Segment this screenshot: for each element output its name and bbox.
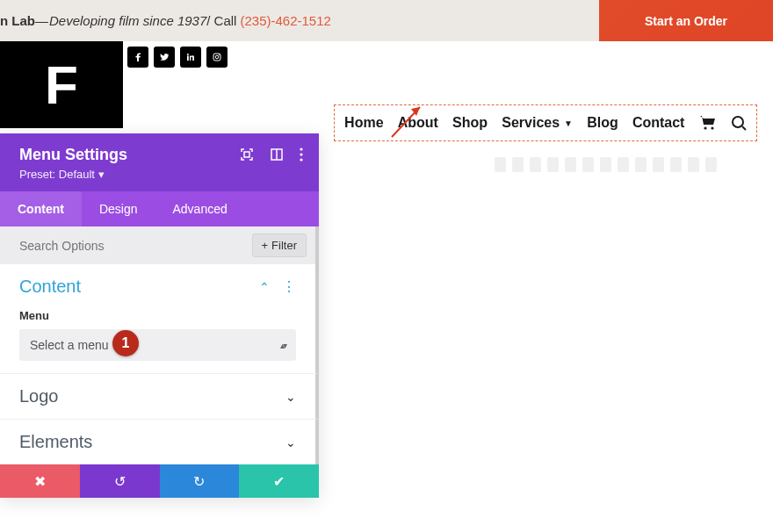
announcement-bar: n Lab — Developing film since 1937 / Cal… [0, 0, 773, 41]
plus-icon: + [262, 239, 269, 252]
nav-blog[interactable]: Blog [587, 115, 618, 131]
group-logo: Logo ⌄ [0, 374, 319, 420]
redo-icon: ↻ [193, 473, 205, 490]
group-content: Content ⌃ ⋮ Menu Select a menu ▴▾ [0, 264, 319, 374]
group-content-toggle[interactable]: Content ⌃ ⋮ [19, 277, 296, 297]
kebab-menu-icon[interactable]: ⋮ [282, 279, 296, 294]
nav-services[interactable]: Services ▼ [502, 115, 573, 131]
svg-rect-0 [187, 56, 189, 61]
close-button[interactable]: ✖ [0, 464, 80, 498]
svg-rect-2 [213, 54, 220, 61]
site-logo[interactable]: F [0, 41, 123, 128]
nav-shop[interactable]: Shop [452, 115, 488, 131]
svg-line-8 [742, 126, 746, 130]
main-nav-module[interactable]: Home About Shop Services ▼ Blog Contact [334, 104, 757, 141]
menu-settings-panel: Menu Settings Preset: Default ▾ Content … [0, 133, 319, 498]
svg-point-3 [215, 55, 219, 59]
start-order-button[interactable]: Start an Order [599, 0, 773, 41]
site-header: F Home About Shop Services ▼ Blog Contac… [0, 41, 773, 128]
nav-placeholder-row [495, 157, 717, 172]
facebook-icon[interactable] [127, 47, 148, 68]
svg-point-16 [300, 158, 302, 161]
chevron-down-icon: ⌄ [285, 390, 296, 404]
svg-point-14 [300, 147, 302, 150]
callout-badge-1: 1 [112, 330, 139, 356]
social-links [127, 47, 228, 68]
svg-point-7 [733, 117, 743, 127]
group-logo-toggle[interactable]: Logo ⌄ [19, 386, 296, 406]
kebab-menu-icon[interactable] [300, 147, 303, 165]
undo-icon: ↺ [114, 473, 126, 490]
chevron-down-icon: ⌄ [285, 435, 296, 449]
svg-point-15 [300, 153, 302, 155]
tab-content[interactable]: Content [0, 191, 82, 226]
menu-field-label: Menu [19, 309, 296, 322]
save-button[interactable]: ✔ [239, 464, 319, 498]
chevron-up-icon: ⌃ [259, 280, 270, 294]
undo-button[interactable]: ↺ [80, 464, 160, 498]
select-updown-icon: ▴▾ [280, 341, 285, 350]
brand-fragment: n Lab [0, 13, 35, 28]
options-search-row: + Filter [0, 226, 319, 264]
svg-point-4 [219, 54, 220, 55]
nav-contact[interactable]: Contact [632, 115, 685, 131]
twitter-icon[interactable] [154, 47, 175, 68]
svg-point-1 [187, 54, 189, 55]
group-elements: Elements ⌄ [0, 420, 319, 464]
nav-about[interactable]: About [398, 115, 438, 131]
cart-icon[interactable] [699, 115, 717, 131]
search-icon[interactable] [731, 115, 747, 131]
preset-selector[interactable]: Preset: Default ▾ [19, 168, 300, 181]
svg-point-6 [711, 126, 713, 129]
redo-button[interactable]: ↻ [160, 464, 240, 498]
announcement-text: n Lab — Developing film since 1937 / Cal… [0, 13, 331, 28]
columns-icon[interactable] [270, 147, 284, 165]
options-search-input[interactable] [19, 239, 177, 253]
tab-advanced[interactable]: Advanced [155, 191, 244, 226]
nav-home[interactable]: Home [344, 115, 383, 131]
group-elements-toggle[interactable]: Elements ⌄ [19, 432, 296, 452]
check-icon: ✔ [273, 473, 285, 490]
panel-header: Menu Settings Preset: Default ▾ [0, 133, 319, 191]
tagline: Developing film since 1937 [49, 13, 206, 28]
instagram-icon[interactable] [206, 47, 228, 68]
menu-select[interactable]: Select a menu ▴▾ [19, 329, 296, 361]
linkedin-icon[interactable] [180, 47, 201, 68]
svg-point-5 [704, 126, 706, 129]
panel-tabs: Content Design Advanced [0, 191, 319, 226]
expand-icon[interactable] [240, 147, 254, 165]
panel-action-bar: ✖ ↺ ↻ ✔ [0, 464, 319, 498]
close-icon: ✖ [34, 473, 46, 490]
filter-button[interactable]: + Filter [252, 234, 307, 257]
chevron-down-icon: ▼ [564, 119, 573, 128]
phone-link[interactable]: (235)-462-1512 [240, 13, 330, 28]
tab-design[interactable]: Design [82, 191, 155, 226]
svg-rect-11 [244, 152, 249, 157]
